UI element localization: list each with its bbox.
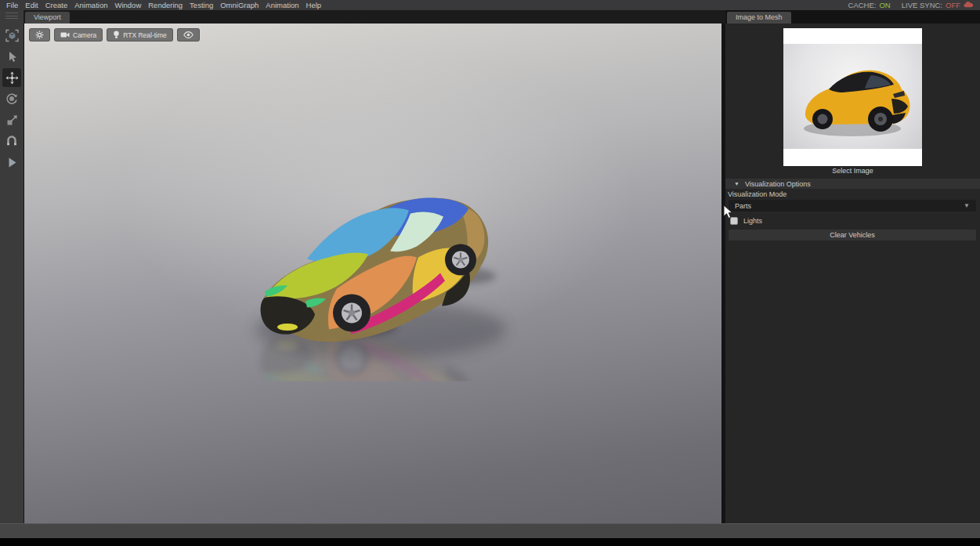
cache-status-value: ON [879, 1, 890, 9]
viewport-toolbar: Camera RTX Real-time [29, 28, 200, 42]
image-to-mesh-panel: Image to Mesh Select Image ▼ Vi [725, 10, 980, 523]
menu-item-testing[interactable]: Testing [190, 1, 213, 9]
move-icon [5, 71, 19, 85]
cache-label: CACHE: [848, 1, 877, 9]
menu-item-help[interactable]: Help [306, 1, 322, 9]
menu-item-rendering[interactable]: Rendering [148, 1, 183, 9]
move-tool[interactable] [2, 68, 21, 87]
visualization-mode-label: Visualization Mode [728, 190, 787, 198]
visualization-options-label: Visualization Options [745, 180, 811, 188]
viewport-canvas[interactable]: Camera RTX Real-time [24, 24, 721, 523]
reference-image-frame[interactable] [783, 28, 922, 166]
menu-item-omnigraph[interactable]: OmniGraph [220, 1, 259, 9]
eye-icon [183, 31, 193, 38]
magnet-icon [5, 135, 18, 147]
viewport-settings-button[interactable] [29, 28, 50, 42]
live-sync-status-value: OFF [946, 1, 960, 9]
left-toolbar [0, 10, 24, 523]
lights-label: Lights [743, 217, 762, 225]
scale-icon [6, 114, 18, 126]
car-rear-wheel [445, 244, 476, 276]
renderer-selector-button[interactable]: RTX Real-time [107, 28, 173, 42]
play-button[interactable] [2, 153, 21, 172]
rotate-icon [5, 92, 18, 105]
chevron-down-icon: ▼ [964, 202, 970, 209]
visualization-mode-value: Parts [735, 202, 751, 210]
frame-selection-tool[interactable] [2, 26, 21, 45]
menu-item-file[interactable]: File [6, 1, 18, 9]
application-window: File Edit Create Animation Window Render… [0, 0, 980, 546]
clear-vehicles-button[interactable]: Clear Vehicles [729, 230, 976, 240]
camera-icon [60, 31, 70, 38]
visibility-button[interactable] [177, 28, 200, 42]
lights-option-row: Lights [730, 217, 762, 225]
frame-selection-icon [5, 29, 19, 42]
renderer-button-label: RTX Real-time [123, 31, 167, 39]
collapse-triangle-icon: ▼ [734, 181, 740, 186]
select-tool[interactable] [2, 47, 21, 66]
tab-image-to-mesh[interactable]: Image to Mesh [727, 12, 791, 24]
scale-tool[interactable] [2, 110, 21, 129]
snap-tool[interactable] [2, 132, 21, 150]
status-area: CACHE: ON LIVE SYNC: OFF [848, 1, 974, 9]
car-mesh-render [24, 24, 721, 523]
select-image-button[interactable]: Select Image [725, 167, 980, 176]
lightbulb-icon [113, 31, 120, 39]
bottom-black-strip [0, 538, 980, 546]
visualization-mode-dropdown[interactable]: Parts ▼ [729, 200, 976, 212]
menu-bar: File Edit Create Animation Window Render… [0, 0, 980, 10]
car-fog-lamp [277, 324, 298, 331]
play-icon [6, 157, 18, 168]
tab-viewport[interactable]: Viewport [25, 12, 70, 24]
menu-item-window[interactable]: Window [114, 1, 141, 9]
select-cursor-icon [6, 51, 18, 63]
live-sync-label: LIVE SYNC: [902, 1, 942, 9]
menu-item-edit[interactable]: Edit [25, 1, 38, 9]
mouse-cursor [723, 204, 733, 222]
car-front-wheel [333, 295, 371, 332]
menu-item-animation[interactable]: Animation [74, 1, 107, 9]
camera-button-label: Camera [73, 31, 96, 39]
menu-item-animation-2[interactable]: Animation [266, 1, 298, 9]
visualization-options-header[interactable]: ▼ Visualization Options [725, 179, 980, 189]
camera-selector-button[interactable]: Camera [54, 28, 103, 42]
toolbar-grip-handle[interactable] [5, 12, 18, 20]
right-panel-tabstrip: Image to Mesh [725, 10, 980, 24]
cloud-icon[interactable] [964, 1, 974, 9]
rotate-tool[interactable] [2, 89, 21, 108]
viewport-tabstrip: Viewport [24, 10, 725, 24]
bottom-status-bar [0, 523, 980, 538]
reference-car-image [783, 44, 922, 149]
gear-icon [35, 31, 44, 39]
menu-item-create[interactable]: Create [45, 1, 68, 9]
